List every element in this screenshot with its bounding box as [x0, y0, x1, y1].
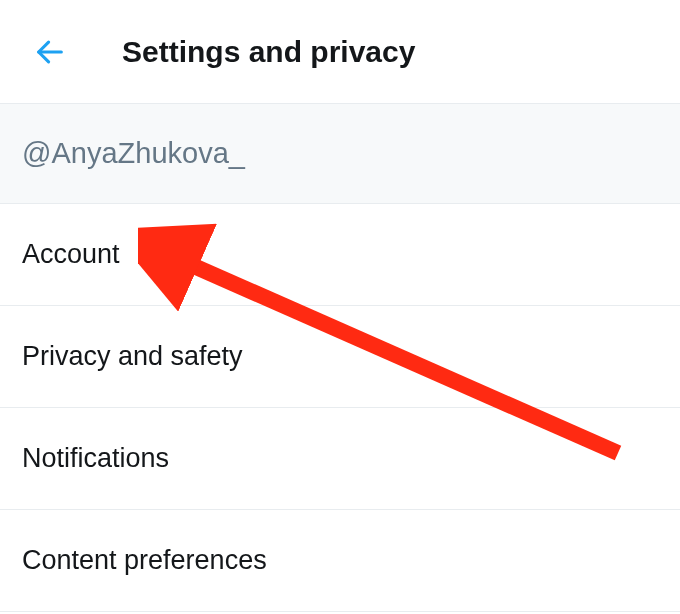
arrow-left-icon — [33, 35, 67, 69]
menu-item-label: Notifications — [22, 443, 169, 474]
back-button[interactable] — [28, 30, 72, 74]
menu-item-notifications[interactable]: Notifications — [0, 408, 680, 510]
page-title: Settings and privacy — [122, 35, 415, 69]
header: Settings and privacy — [0, 0, 680, 104]
menu-item-content-preferences[interactable]: Content preferences — [0, 510, 680, 612]
menu-item-label: Content preferences — [22, 545, 267, 576]
username-text: @AnyaZhukova_ — [22, 137, 245, 170]
menu-item-account[interactable]: Account — [0, 204, 680, 306]
menu-item-label: Account — [22, 239, 120, 270]
menu-item-privacy[interactable]: Privacy and safety — [0, 306, 680, 408]
menu-item-label: Privacy and safety — [22, 341, 243, 372]
username-row: @AnyaZhukova_ — [0, 104, 680, 204]
